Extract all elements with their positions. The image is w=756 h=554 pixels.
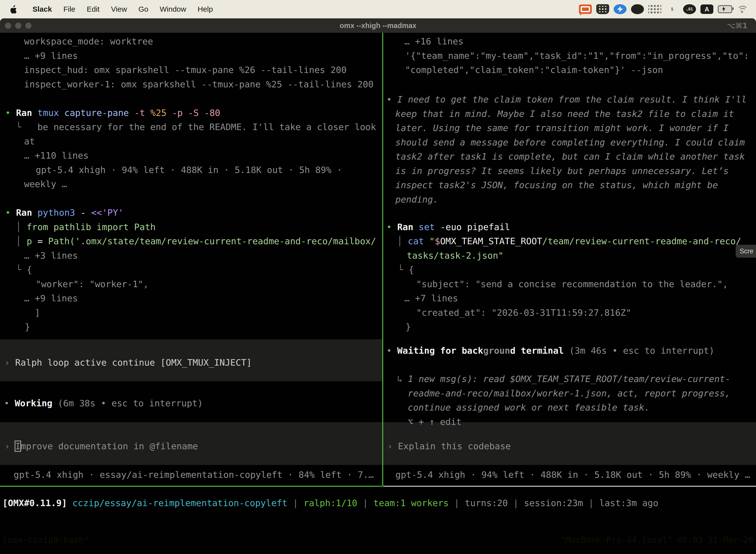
- menu-item-go[interactable]: Go: [133, 5, 154, 13]
- crescent-app-icon[interactable]: [631, 4, 644, 14]
- ran-command-line: • Ran tmux capture-pane -t %25 -p -S -80: [5, 106, 220, 120]
- terminal-line: │ from pathlib import Path: [16, 220, 156, 234]
- sync-app-icon[interactable]: [614, 4, 627, 14]
- terminal-line: "created_at": "2026-03-31T11:59:27.816Z": [416, 306, 631, 320]
- menu-item-edit[interactable]: Edit: [81, 5, 106, 13]
- menu-bar-left: Slack FileEditViewGoWindowHelp: [0, 5, 218, 14]
- terminal-line: … +16 lines: [404, 34, 463, 48]
- window-titlebar[interactable]: omx --xhigh --madmax ⌥⌘1: [0, 18, 756, 33]
- status-area: [OMX#0.11.9] cczip/essay/ai-reimplementa…: [0, 487, 756, 532]
- terminal-line: workspace_mode: worktree: [24, 34, 153, 48]
- prompt-input[interactable]: › Improve documentation in @filename: [4, 439, 198, 453]
- screen-share-tooltip: Scre: [736, 245, 756, 258]
- working-indicator: • Working (6m 38s • esc to interrupt): [4, 396, 203, 410]
- session-status-line: gpt-5.4 xhigh · essay/ai-reimplementatio…: [14, 467, 374, 482]
- session-status-line: gpt-5.4 xhigh · 94% left · 488K in · 5.1…: [395, 467, 750, 482]
- menu-item-help[interactable]: Help: [192, 5, 219, 13]
- thinking-line: should send a message before completing …: [395, 135, 745, 150]
- terminal-line: "completed","claim_token":"claim-token"}…: [405, 63, 663, 77]
- tmux-status-bar[interactable]: [omx-cczip0:bash* "MacBook-Pro-44.local"…: [0, 532, 756, 548]
- tmux-host-clock: "MacBook-Pro-44.local" 05:03 31-Mar-26: [561, 535, 754, 545]
- omx-status-line: [OMX#0.11.9] cczip/essay/ai-reimplementa…: [2, 496, 658, 510]
- ran-command-line: • Ran python3 - <<'PY': [5, 206, 124, 220]
- terminal-line: └ be necessary for the end of the README…: [16, 120, 376, 134]
- terminal-line: inspect_hud: omx sparkshell --tmux-pane …: [24, 63, 346, 77]
- terminal-line: │ cat "$OMX_TEAM_STATE_ROOT/team/review-…: [397, 234, 741, 248]
- menu-item-view[interactable]: View: [105, 5, 132, 13]
- terminal-line: … +9 lines: [24, 49, 78, 63]
- battery-charging-icon[interactable]: [718, 5, 732, 13]
- chat-app-icon[interactable]: [579, 4, 592, 14]
- badge-61-icon[interactable]: ..61: [683, 4, 696, 14]
- terminal-line: }: [25, 320, 30, 334]
- edit-hint-line: ⌥ + ↑ edit: [408, 415, 461, 429]
- thinking-line: task2 after task1 is complete, but can I…: [395, 150, 745, 164]
- thinking-line: later. Using the same for transition mig…: [395, 121, 729, 135]
- menu-item-window[interactable]: Window: [154, 5, 192, 13]
- prompt-input[interactable]: › Explain this codebase: [387, 439, 511, 453]
- thinking-line: keep that in mind. Maybe I also need the…: [395, 107, 734, 121]
- mailbox-message-line: readme-and-reco/mailbox/worker-1.json, a…: [408, 386, 730, 400]
- terminal-line: └ {: [16, 263, 32, 277]
- terminal-line: "worker": "worker-1",: [36, 277, 148, 291]
- terminal-window: omx --xhigh --madmax ⌥⌘1 workspace_mode:…: [0, 18, 756, 554]
- security-shield-icon[interactable]: [596, 4, 609, 14]
- menu-bar-status-icons: §..61A: [579, 3, 756, 15]
- terminal-line: inspect_worker-1: omx sparkshell --tmux-…: [24, 77, 374, 91]
- window-title: omx --xhigh --madmax: [0, 21, 756, 30]
- model-usage-line: gpt-5.4 xhigh · 94% left · 488K in · 5.1…: [36, 163, 342, 177]
- mailbox-message-line: continue assigned work or next feasible …: [408, 400, 649, 414]
- thinking-line: inspect task2's JSON, focusing on the st…: [395, 178, 718, 192]
- terminal-line: … +7 lines: [404, 291, 458, 305]
- terminal-line: at: [24, 134, 35, 149]
- terminal-line: "subject": "send a concise recommendatio…: [416, 277, 728, 291]
- thinking-line: • I need to get the claim token from the…: [386, 92, 747, 107]
- pane-left[interactable]: workspace_mode: worktree… +9 linesinspec…: [0, 33, 382, 486]
- thinking-line: pending.: [395, 192, 438, 207]
- tmux-session-label: [omx-cczip0:bash*: [2, 535, 89, 545]
- ran-command-line: • Ran set -euo pipefail: [386, 220, 510, 234]
- terminal-line: }: [405, 320, 411, 334]
- waiting-indicator: • Waiting for background terminal (3m 46…: [386, 343, 714, 358]
- menu-item-slack[interactable]: Slack: [27, 5, 58, 13]
- apple-icon[interactable]: [10, 5, 17, 14]
- terminal-line: │ p = Path('.omx/state/team/review-curre…: [16, 234, 376, 248]
- terminal-line: … +110 lines: [24, 149, 88, 163]
- squiggle-app-icon[interactable]: §: [666, 3, 679, 15]
- terminal-line: tasks/task-2.json": [407, 248, 504, 263]
- thinking-line: is in progress? It seems likely but perh…: [395, 164, 729, 178]
- model-usage-line: weekly …: [24, 177, 67, 191]
- terminal-line: ]: [35, 306, 40, 320]
- terminal-line: … +3 lines: [24, 248, 78, 263]
- dots-grid-icon[interactable]: [648, 4, 661, 14]
- mailbox-message-line: ↳ 1 new msg(s): read $OMX_TEAM_STATE_ROO…: [397, 372, 731, 386]
- terminal-line: … +9 lines: [24, 291, 78, 305]
- pane-divider-vertical[interactable]: [382, 33, 383, 486]
- pane-right[interactable]: … +16 lines'{"team_name":"my-team","task…: [383, 33, 756, 486]
- menu-bar: Slack FileEditViewGoWindowHelp §..61A: [0, 0, 756, 18]
- text-cursor: I: [15, 441, 20, 451]
- ralph-loop-status: › Ralph loop active continue [OMX_TMUX_I…: [4, 355, 252, 370]
- keyboard-a-icon[interactable]: A: [700, 4, 713, 14]
- wifi-icon[interactable]: [737, 5, 750, 13]
- menu-item-file[interactable]: File: [58, 5, 81, 13]
- terminal-line: '{"team_name":"my-team","task_id":"1","f…: [405, 49, 749, 63]
- terminal-line: └ {: [398, 263, 414, 277]
